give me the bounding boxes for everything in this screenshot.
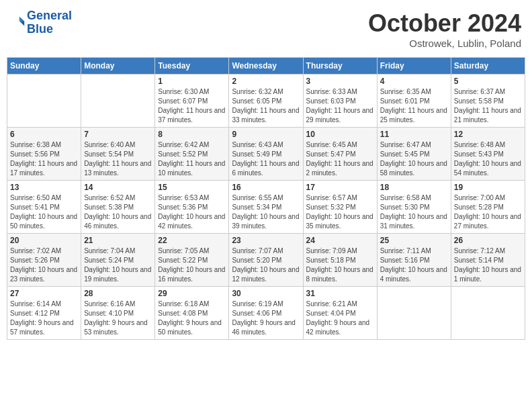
calendar-table: SundayMondayTuesdayWednesdayThursdayFrid…: [7, 57, 525, 340]
calendar-day-cell: 19Sunrise: 7:00 AMSunset: 5:28 PMDayligh…: [451, 181, 525, 234]
day-detail: Sunrise: 6:57 AMSunset: 5:32 PMDaylight:…: [306, 193, 374, 231]
calendar-day-cell: 11Sunrise: 6:47 AMSunset: 5:45 PMDayligh…: [377, 128, 451, 181]
calendar-day-cell: 29Sunrise: 6:18 AMSunset: 4:08 PMDayligh…: [155, 287, 229, 340]
calendar-day-cell: 24Sunrise: 7:09 AMSunset: 5:18 PMDayligh…: [303, 234, 377, 287]
calendar-day-cell: 22Sunrise: 7:05 AMSunset: 5:22 PMDayligh…: [155, 234, 229, 287]
logo: General Blue: [11, 9, 72, 36]
day-detail: Sunrise: 6:48 AMSunset: 5:43 PMDaylight:…: [454, 140, 522, 178]
calendar-day-cell: 26Sunrise: 7:12 AMSunset: 5:14 PMDayligh…: [451, 234, 525, 287]
logo-line1: General: [27, 9, 72, 22]
day-detail: Sunrise: 6:30 AMSunset: 6:07 PMDaylight:…: [158, 87, 226, 125]
day-number: 11: [380, 130, 448, 139]
day-number: 1: [158, 77, 226, 86]
day-detail: Sunrise: 7:05 AMSunset: 5:22 PMDaylight:…: [158, 246, 226, 284]
day-detail: Sunrise: 6:14 AMSunset: 4:12 PMDaylight:…: [10, 300, 78, 337]
calendar-day-cell: 15Sunrise: 6:53 AMSunset: 5:36 PMDayligh…: [155, 181, 229, 234]
calendar-day-cell: 30Sunrise: 6:19 AMSunset: 4:06 PMDayligh…: [229, 287, 303, 340]
weekday-header: Thursday: [303, 58, 377, 75]
title-block: October 2024 Ostrowek, Lublin, Poland: [368, 9, 521, 49]
day-detail: Sunrise: 6:53 AMSunset: 5:36 PMDaylight:…: [158, 193, 226, 231]
calendar-day-cell: 6Sunrise: 6:38 AMSunset: 5:56 PMDaylight…: [7, 128, 81, 181]
calendar-day-cell: 12Sunrise: 6:48 AMSunset: 5:43 PMDayligh…: [451, 128, 525, 181]
day-detail: Sunrise: 7:11 AMSunset: 5:16 PMDaylight:…: [380, 246, 448, 284]
calendar-week-row: 13Sunrise: 6:50 AMSunset: 5:41 PMDayligh…: [7, 181, 525, 234]
calendar-day-cell: 4Sunrise: 6:35 AMSunset: 6:01 PMDaylight…: [377, 75, 451, 128]
calendar-day-cell: 14Sunrise: 6:52 AMSunset: 5:38 PMDayligh…: [81, 181, 155, 234]
calendar-day-cell: 13Sunrise: 6:50 AMSunset: 5:41 PMDayligh…: [7, 181, 81, 234]
day-number: 14: [84, 183, 152, 192]
day-number: 20: [10, 236, 78, 245]
day-number: 24: [306, 236, 374, 245]
day-number: 26: [454, 236, 522, 245]
day-detail: Sunrise: 7:07 AMSunset: 5:20 PMDaylight:…: [232, 246, 300, 284]
day-detail: Sunrise: 6:40 AMSunset: 5:54 PMDaylight:…: [84, 140, 152, 178]
day-number: 18: [380, 183, 448, 192]
day-detail: Sunrise: 7:09 AMSunset: 5:18 PMDaylight:…: [306, 246, 374, 284]
day-detail: Sunrise: 6:16 AMSunset: 4:10 PMDaylight:…: [84, 300, 152, 337]
day-detail: Sunrise: 7:12 AMSunset: 5:14 PMDaylight:…: [454, 246, 522, 284]
calendar-day-cell: 25Sunrise: 7:11 AMSunset: 5:16 PMDayligh…: [377, 234, 451, 287]
day-detail: Sunrise: 6:19 AMSunset: 4:06 PMDaylight:…: [232, 300, 300, 337]
calendar-header-row: SundayMondayTuesdayWednesdayThursdayFrid…: [7, 58, 525, 75]
day-number: 6: [10, 130, 78, 139]
weekday-header: Tuesday: [155, 58, 229, 75]
calendar-week-row: 20Sunrise: 7:02 AMSunset: 5:26 PMDayligh…: [7, 234, 525, 287]
day-number: 13: [10, 183, 78, 192]
day-detail: Sunrise: 6:42 AMSunset: 5:52 PMDaylight:…: [158, 140, 226, 178]
day-detail: Sunrise: 6:45 AMSunset: 5:47 PMDaylight:…: [306, 140, 374, 178]
day-detail: Sunrise: 6:47 AMSunset: 5:45 PMDaylight:…: [380, 140, 448, 178]
day-number: 12: [454, 130, 522, 139]
day-detail: Sunrise: 7:02 AMSunset: 5:26 PMDaylight:…: [10, 246, 78, 284]
day-number: 16: [232, 183, 300, 192]
day-number: 3: [306, 77, 374, 86]
calendar-day-cell: [451, 287, 525, 340]
calendar-day-cell: 1Sunrise: 6:30 AMSunset: 6:07 PMDaylight…: [155, 75, 229, 128]
day-number: 21: [84, 236, 152, 245]
day-number: 2: [232, 77, 300, 86]
calendar-day-cell: [377, 287, 451, 340]
logo-text: General Blue: [27, 9, 72, 36]
day-number: 22: [158, 236, 226, 245]
calendar-day-cell: 31Sunrise: 6:21 AMSunset: 4:04 PMDayligh…: [303, 287, 377, 340]
day-detail: Sunrise: 6:52 AMSunset: 5:38 PMDaylight:…: [84, 193, 152, 231]
day-number: 25: [380, 236, 448, 245]
day-number: 27: [10, 289, 78, 298]
day-detail: Sunrise: 6:37 AMSunset: 5:58 PMDaylight:…: [454, 87, 522, 125]
day-detail: Sunrise: 6:55 AMSunset: 5:34 PMDaylight:…: [232, 193, 300, 231]
calendar-day-cell: 23Sunrise: 7:07 AMSunset: 5:20 PMDayligh…: [229, 234, 303, 287]
day-number: 17: [306, 183, 374, 192]
weekday-header: Friday: [377, 58, 451, 75]
calendar-day-cell: 16Sunrise: 6:55 AMSunset: 5:34 PMDayligh…: [229, 181, 303, 234]
calendar-week-row: 27Sunrise: 6:14 AMSunset: 4:12 PMDayligh…: [7, 287, 525, 340]
day-detail: Sunrise: 7:04 AMSunset: 5:24 PMDaylight:…: [84, 246, 152, 284]
logo-icon: [11, 15, 26, 30]
day-number: 28: [84, 289, 152, 298]
calendar-day-cell: 3Sunrise: 6:33 AMSunset: 6:03 PMDaylight…: [303, 75, 377, 128]
day-detail: Sunrise: 6:50 AMSunset: 5:41 PMDaylight:…: [10, 193, 78, 231]
day-detail: Sunrise: 6:35 AMSunset: 6:01 PMDaylight:…: [380, 87, 448, 125]
calendar-day-cell: 9Sunrise: 6:43 AMSunset: 5:49 PMDaylight…: [229, 128, 303, 181]
svg-marker-0: [19, 17, 24, 21]
day-detail: Sunrise: 6:32 AMSunset: 6:05 PMDaylight:…: [232, 87, 300, 125]
calendar-day-cell: [7, 75, 81, 128]
day-detail: Sunrise: 6:58 AMSunset: 5:30 PMDaylight:…: [380, 193, 448, 231]
day-number: 8: [158, 130, 226, 139]
day-number: 9: [232, 130, 300, 139]
day-number: 7: [84, 130, 152, 139]
weekday-header: Saturday: [451, 58, 525, 75]
calendar-day-cell: 2Sunrise: 6:32 AMSunset: 6:05 PMDaylight…: [229, 75, 303, 128]
day-detail: Sunrise: 6:38 AMSunset: 5:56 PMDaylight:…: [10, 140, 78, 178]
day-detail: Sunrise: 7:00 AMSunset: 5:28 PMDaylight:…: [454, 193, 522, 231]
calendar-day-cell: 10Sunrise: 6:45 AMSunset: 5:47 PMDayligh…: [303, 128, 377, 181]
day-number: 10: [306, 130, 374, 139]
calendar-day-cell: 7Sunrise: 6:40 AMSunset: 5:54 PMDaylight…: [81, 128, 155, 181]
calendar-day-cell: 18Sunrise: 6:58 AMSunset: 5:30 PMDayligh…: [377, 181, 451, 234]
day-number: 5: [454, 77, 522, 86]
calendar-day-cell: 17Sunrise: 6:57 AMSunset: 5:32 PMDayligh…: [303, 181, 377, 234]
calendar-day-cell: 21Sunrise: 7:04 AMSunset: 5:24 PMDayligh…: [81, 234, 155, 287]
day-detail: Sunrise: 6:21 AMSunset: 4:04 PMDaylight:…: [306, 300, 374, 337]
calendar-day-cell: 8Sunrise: 6:42 AMSunset: 5:52 PMDaylight…: [155, 128, 229, 181]
svg-marker-1: [19, 21, 24, 26]
day-number: 4: [380, 77, 448, 86]
month-title: October 2024: [368, 9, 521, 38]
